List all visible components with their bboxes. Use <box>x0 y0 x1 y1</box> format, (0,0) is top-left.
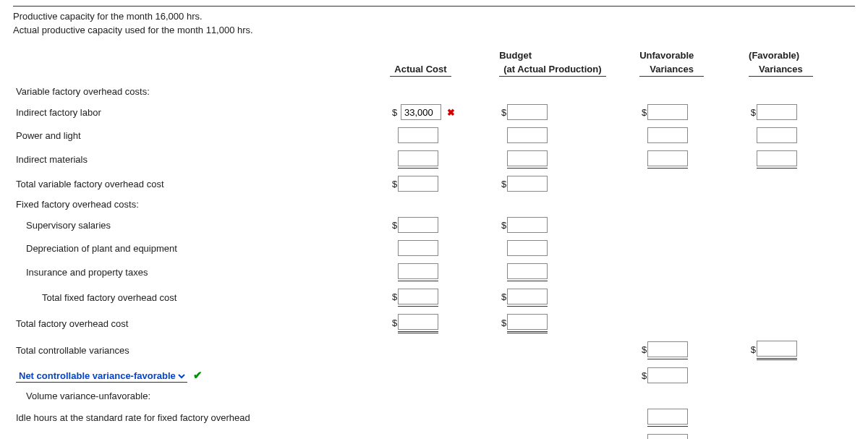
input-total-cost-var-unfav[interactable] <box>647 434 688 439</box>
input-supervisory-actual[interactable] <box>398 217 438 233</box>
row-total-fixed: Total fixed factory overhead cost <box>13 285 387 310</box>
row-variable-header: Variable factory overhead costs: <box>13 82 387 101</box>
input-supervisory-budget[interactable] <box>507 217 548 233</box>
row-insurance: Insurance and property taxes <box>13 260 387 285</box>
row-indirect-materials: Indirect materials <box>13 147 387 172</box>
dollar-sign: $ <box>390 107 397 118</box>
row-fixed-header: Fixed factory overhead costs: <box>13 195 387 213</box>
x-mark-icon: ✖ <box>447 107 455 118</box>
input-depreciation-budget[interactable] <box>507 240 548 256</box>
input-total-ovh-actual[interactable] <box>398 314 438 330</box>
input-total-var-actual[interactable] <box>398 176 438 192</box>
input-power-fav[interactable] <box>757 127 797 143</box>
input-materials-actual[interactable] <box>398 150 438 166</box>
header-fav-1: (Favorable) <box>749 50 799 61</box>
header-fav-2: Variances <box>749 64 813 77</box>
input-insurance-actual[interactable] <box>398 263 438 279</box>
header-actual: Actual Cost <box>390 64 451 77</box>
header-budget-2: (at Actual Production) <box>499 64 605 77</box>
input-insurance-budget[interactable] <box>507 263 548 279</box>
input-total-fixed-actual[interactable] <box>398 289 438 304</box>
row-volume-variance: Volume variance-unfavorable: <box>13 387 387 405</box>
row-indirect-labor: Indirect factory labor <box>13 101 387 124</box>
intro-line-2: Actual productive capacity used for the … <box>13 25 855 35</box>
input-power-budget[interactable] <box>507 127 548 143</box>
intro-line-1: Productive capacity for the month 16,000… <box>13 11 855 22</box>
row-total-overhead: Total factory overhead cost <box>13 310 387 337</box>
input-net-ctrl-unfav[interactable] <box>647 367 688 383</box>
row-total-variable: Total variable factory overhead cost <box>13 172 387 195</box>
input-materials-budget[interactable] <box>507 150 548 166</box>
input-idle-unfav[interactable] <box>647 409 688 425</box>
input-power-unfav[interactable] <box>647 127 688 143</box>
check-icon: ✔ <box>193 369 203 381</box>
row-supervisory: Supervisory salaries <box>13 213 387 236</box>
input-power-actual[interactable] <box>398 127 438 143</box>
header-unfav-1: Unfavorable <box>639 50 694 61</box>
input-depreciation-actual[interactable] <box>398 240 438 256</box>
input-indirect-labor-budget[interactable] <box>507 104 548 120</box>
header-unfav-2: Variances <box>639 64 704 77</box>
header-budget-1: Budget <box>499 50 532 61</box>
input-total-ctrl-unfav[interactable] <box>647 341 688 357</box>
input-total-ovh-budget[interactable] <box>507 314 548 330</box>
overhead-variance-table: Actual Cost Budget Unfavorable (Favorabl… <box>13 48 855 439</box>
input-indirect-labor-unfav[interactable] <box>647 104 688 120</box>
input-total-var-budget[interactable] <box>507 176 548 192</box>
input-total-fixed-budget[interactable] <box>507 289 548 304</box>
input-indirect-labor-actual[interactable] <box>401 104 441 120</box>
row-depreciation: Depreciation of plant and equipment <box>13 236 387 260</box>
input-materials-unfav[interactable] <box>647 150 688 166</box>
row-idle-hours: Idle hours at the standard rate for fixe… <box>13 405 387 430</box>
select-net-controllable[interactable]: Net controllable variance-favorable <box>16 370 187 383</box>
input-total-ctrl-fav[interactable] <box>757 341 797 357</box>
input-materials-fav[interactable] <box>757 150 797 166</box>
input-indirect-labor-fav[interactable] <box>757 104 797 120</box>
row-total-controllable: Total controllable variances <box>13 337 387 364</box>
row-power-light: Power and light <box>13 124 387 147</box>
